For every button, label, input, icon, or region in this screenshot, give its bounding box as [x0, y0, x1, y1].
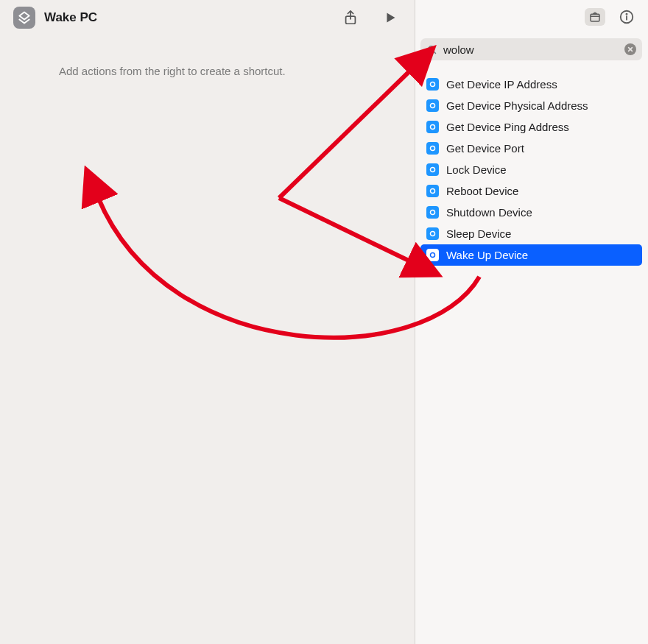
action-row[interactable]: Shutdown Device: [420, 202, 642, 223]
action-row[interactable]: Reboot Device: [420, 180, 642, 202]
action-row[interactable]: Get Device Physical Address: [420, 95, 642, 116]
editor-pane: Wake PC Add actions from the right to cr…: [0, 0, 415, 644]
shortcut-app-icon: [13, 7, 35, 29]
app-action-icon: [426, 227, 439, 240]
library-pane: Get Device IP AddressGet Device Physical…: [415, 0, 648, 644]
clear-search-button[interactable]: [624, 43, 636, 55]
pane-divider: [415, 0, 415, 644]
empty-canvas-hint: Add actions from the right to create a s…: [59, 65, 397, 77]
action-label: Get Device Ping Address: [446, 121, 569, 133]
library-header: [415, 0, 648, 34]
app-action-icon: [426, 249, 439, 261]
svg-point-8: [430, 146, 434, 150]
action-row[interactable]: Wake Up Device: [420, 244, 642, 266]
svg-point-9: [430, 167, 434, 171]
search-field[interactable]: [420, 38, 642, 60]
svg-point-11: [430, 210, 434, 214]
shortcut-title[interactable]: Wake PC: [44, 10, 332, 25]
search-icon: [426, 44, 437, 55]
app-action-icon: [426, 142, 439, 155]
action-label: Shutdown Device: [446, 206, 532, 219]
editor-header: Wake PC: [0, 0, 415, 35]
action-row[interactable]: Get Device Ping Address: [420, 116, 642, 138]
svg-point-12: [430, 231, 434, 236]
action-label: Sleep Device: [446, 227, 511, 240]
action-row[interactable]: Lock Device: [420, 159, 642, 180]
svg-point-3: [626, 14, 627, 15]
app-action-icon: [426, 78, 439, 91]
action-label: Get Device IP Address: [446, 78, 557, 91]
action-label: Get Device Port: [446, 142, 524, 155]
action-label: Wake Up Device: [446, 249, 528, 261]
app-action-icon: [426, 99, 439, 112]
action-row[interactable]: Get Device Port: [420, 138, 642, 159]
action-row[interactable]: Get Device IP Address: [420, 74, 642, 95]
svg-point-13: [430, 252, 434, 257]
action-label: Get Device Physical Address: [446, 99, 588, 112]
app-action-icon: [426, 206, 439, 219]
svg-point-5: [430, 82, 434, 86]
library-toggle-button[interactable]: [585, 8, 605, 26]
run-button[interactable]: [381, 8, 400, 27]
app-action-icon: [426, 163, 439, 176]
svg-point-10: [430, 188, 434, 193]
svg-point-6: [430, 103, 434, 107]
header-actions: [341, 8, 400, 27]
svg-rect-1: [591, 14, 599, 21]
share-button[interactable]: [341, 8, 360, 27]
app-action-icon: [426, 185, 439, 197]
close-icon: [627, 46, 633, 52]
app-action-icon: [426, 121, 439, 133]
action-label: Reboot Device: [446, 185, 518, 197]
action-label: Lock Device: [446, 163, 507, 176]
shortcut-canvas[interactable]: Add actions from the right to create a s…: [0, 35, 415, 644]
search-wrap: [415, 34, 648, 68]
svg-point-7: [430, 124, 434, 129]
action-results-list: Get Device IP AddressGet Device Physical…: [415, 68, 648, 266]
action-row[interactable]: Sleep Device: [420, 223, 642, 244]
search-input[interactable]: [443, 43, 619, 56]
info-button[interactable]: [619, 9, 635, 25]
